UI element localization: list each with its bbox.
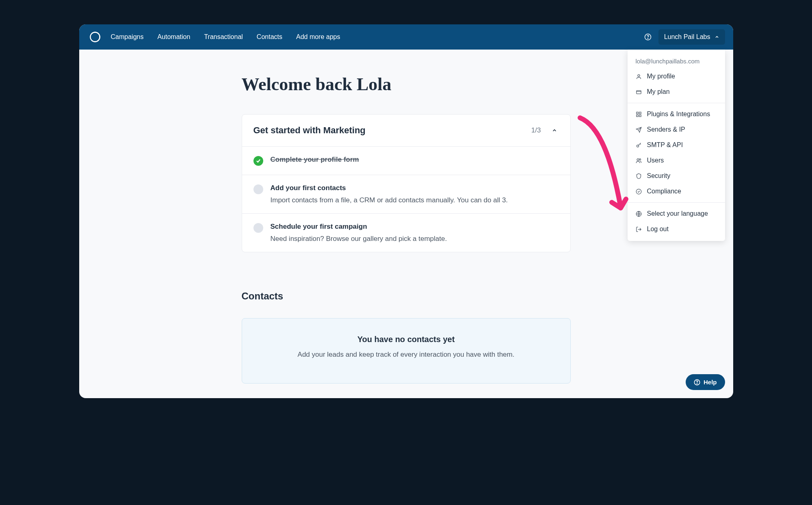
divider	[628, 103, 725, 103]
svg-rect-8	[639, 115, 641, 116]
empty-title: You have no contacts yet	[253, 335, 559, 344]
help-label: Help	[704, 379, 717, 386]
svg-point-11	[639, 158, 641, 160]
account-dropdown-trigger[interactable]: Lunch Pail Labs	[658, 29, 725, 45]
account-label: Lunch Pail Labs	[664, 33, 710, 41]
globe-icon	[636, 210, 642, 217]
nav-items: Campaigns Automation Transactional Conta…	[111, 33, 634, 41]
step-row-campaign[interactable]: Schedule your first campaign Need inspir…	[242, 214, 570, 252]
svg-rect-7	[637, 115, 638, 116]
step-row-contacts[interactable]: Add your first contacts Import contacts …	[242, 175, 570, 214]
svg-point-9	[637, 145, 639, 147]
menu-smtp-api[interactable]: SMTP & API	[628, 137, 725, 153]
svg-point-15	[697, 383, 697, 384]
check-circle-icon	[636, 188, 642, 195]
step-desc: Import contacts from a file, a CRM or ad…	[271, 196, 559, 204]
menu-my-profile[interactable]: My profile	[628, 69, 725, 84]
card-title: Get started with Marketing	[253, 125, 366, 136]
step-title: Schedule your first campaign	[271, 223, 559, 231]
menu-my-plan[interactable]: My plan	[628, 84, 725, 100]
menu-label: SMTP & API	[647, 141, 683, 149]
pending-step-icon	[253, 184, 263, 194]
dropdown-email: lola@lunchpaillabs.com	[628, 56, 725, 69]
step-title: Add your first contacts	[271, 184, 559, 192]
menu-plugins[interactable]: Plugins & Integrations	[628, 106, 725, 122]
account-dropdown-menu: lola@lunchpaillabs.com My profile My pla…	[628, 50, 725, 241]
app-window: Campaigns Automation Transactional Conta…	[79, 24, 733, 398]
menu-language[interactable]: Select your language	[628, 206, 725, 221]
nav-contacts[interactable]: Contacts	[257, 33, 282, 41]
step-title: Complete your profile form	[271, 156, 559, 164]
svg-point-2	[647, 38, 648, 39]
svg-point-3	[638, 74, 640, 76]
empty-desc: Add your leads and keep track of every i…	[253, 351, 559, 359]
menu-label: My profile	[647, 73, 675, 80]
menu-senders[interactable]: Senders & IP	[628, 122, 725, 137]
chevron-up-icon	[715, 35, 719, 39]
menu-label: Senders & IP	[647, 126, 685, 133]
svg-rect-6	[639, 112, 641, 113]
menu-users[interactable]: Users	[628, 153, 725, 168]
pending-step-icon	[253, 223, 263, 233]
menu-label: Plugins & Integrations	[647, 111, 710, 118]
users-icon	[636, 157, 642, 164]
checkmark-icon	[253, 156, 263, 166]
svg-point-12	[636, 189, 641, 194]
menu-label: Security	[647, 172, 671, 180]
menu-label: Users	[647, 157, 664, 164]
menu-label: Log out	[647, 225, 669, 233]
card-icon	[636, 89, 642, 95]
help-button[interactable]: Help	[686, 374, 725, 390]
card-header: Get started with Marketing 1/3	[242, 115, 570, 147]
help-circle-icon	[694, 379, 700, 386]
nav-right: Lunch Pail Labs	[644, 29, 725, 45]
user-icon	[636, 73, 642, 80]
step-row-completed[interactable]: Complete your profile form	[242, 147, 570, 175]
menu-label: Select your language	[647, 210, 708, 217]
brand-logo-icon[interactable]	[89, 31, 101, 43]
key-icon	[636, 142, 642, 148]
nav-transactional[interactable]: Transactional	[204, 33, 243, 41]
shield-icon	[636, 173, 642, 179]
svg-point-10	[637, 158, 639, 160]
nav-add-apps[interactable]: Add more apps	[296, 33, 340, 41]
svg-rect-5	[637, 112, 638, 113]
menu-label: My plan	[647, 88, 670, 95]
svg-rect-4	[637, 90, 641, 93]
page-title: Welcome back Lola	[242, 74, 571, 95]
section-title: Contacts	[242, 290, 571, 302]
step-desc: Need inspiration? Browse our gallery and…	[271, 235, 559, 243]
empty-contacts-card: You have no contacts yet Add your leads …	[242, 318, 571, 384]
getting-started-card: Get started with Marketing 1/3 Complete …	[242, 114, 571, 252]
grid-icon	[636, 111, 642, 117]
divider	[628, 202, 725, 203]
contacts-section: Contacts You have no contacts yet Add yo…	[242, 290, 571, 384]
progress-counter: 1/3	[531, 126, 541, 134]
logout-icon	[636, 226, 642, 232]
send-icon	[636, 126, 642, 133]
nav-campaigns[interactable]: Campaigns	[111, 33, 144, 41]
help-icon[interactable]	[644, 33, 652, 41]
menu-logout[interactable]: Log out	[628, 221, 725, 237]
top-nav: Campaigns Automation Transactional Conta…	[79, 24, 733, 50]
nav-automation[interactable]: Automation	[157, 33, 190, 41]
menu-security[interactable]: Security	[628, 168, 725, 184]
collapse-button[interactable]	[550, 126, 559, 135]
menu-compliance[interactable]: Compliance	[628, 184, 725, 199]
menu-label: Compliance	[647, 188, 681, 195]
